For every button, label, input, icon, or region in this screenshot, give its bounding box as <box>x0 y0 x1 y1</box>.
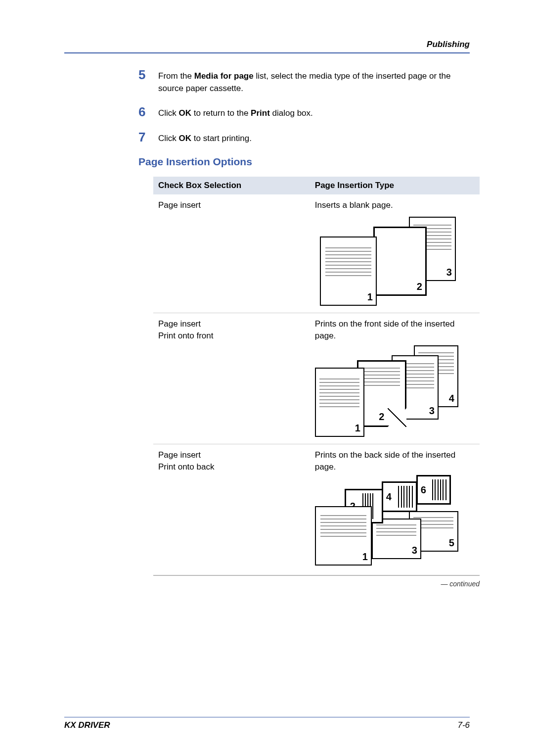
selection-line: Print onto front <box>158 330 305 342</box>
step-number: 5 <box>138 68 153 81</box>
table-row: Page insert Print onto front Prints on t… <box>153 313 480 444</box>
footer-left: KX DRIVER <box>64 720 110 730</box>
page-label-4: 4 <box>386 490 392 504</box>
checkbox-selection-cell: Page insert <box>153 194 310 313</box>
page-label-4: 4 <box>449 391 454 405</box>
page-label-1: 1 <box>367 290 373 304</box>
insertion-type-cell: Inserts a blank page. 3 2 1 <box>310 194 480 313</box>
table-row: Page insert Inserts a blank page. 3 2 1 <box>153 194 480 313</box>
selection-line: Page insert <box>158 449 305 461</box>
selection-line: Page insert <box>158 318 305 330</box>
diagram-blank-insert: 3 2 1 <box>315 217 475 306</box>
step-text: Click OK to return to the Print dialog b… <box>158 105 313 120</box>
page-label-3: 3 <box>429 404 435 418</box>
page-label-6: 6 <box>421 483 426 497</box>
page-label-5: 5 <box>449 536 454 550</box>
insertion-type-cell: Prints on the back side of the inserted … <box>310 444 480 575</box>
page-label-3: 3 <box>412 543 417 557</box>
step-number: 7 <box>138 131 153 143</box>
diagram-back-insert: 6 5 4 3 2 <box>315 479 475 568</box>
header-rule <box>64 52 470 53</box>
diagram-front-insert: 4 3 2 1 <box>315 348 475 437</box>
checkbox-selection-cell: Page insert Print onto back <box>153 444 310 575</box>
options-table: Check Box Selection Page Insertion Type … <box>153 177 480 576</box>
step-list: 5 From the Media for page list, select t… <box>138 68 470 145</box>
step-7: 7 Click OK to start printing. <box>138 131 470 145</box>
checkbox-selection-cell: Page insert Print onto front <box>153 313 310 444</box>
step-number: 6 <box>138 105 153 118</box>
step-5: 5 From the Media for page list, select t… <box>138 68 470 94</box>
continued-note: — continued <box>153 580 480 588</box>
table-header: Page Insertion Type <box>310 177 480 194</box>
page-label-2: 2 <box>417 280 422 293</box>
section-heading: Page Insertion Options <box>138 156 470 168</box>
header-section-title: Publishing <box>64 40 470 52</box>
step-text: Click OK to start printing. <box>158 131 252 145</box>
page-label-1: 1 <box>362 550 368 564</box>
step-6: 6 Click OK to return to the Print dialog… <box>138 105 470 120</box>
insertion-description: Prints on the front side of the inserted… <box>315 318 475 342</box>
selection-line: Page insert <box>158 199 305 211</box>
insertion-description: Inserts a blank page. <box>315 199 475 211</box>
footer-right: 7-6 <box>457 720 470 730</box>
page-label-3: 3 <box>446 265 452 279</box>
page-label-1: 1 <box>355 421 360 435</box>
selection-line: Print onto back <box>158 461 305 473</box>
insertion-type-cell: Prints on the front side of the inserted… <box>310 313 480 444</box>
insertion-description: Prints on the back side of the inserted … <box>315 449 475 473</box>
page-footer: KX DRIVER 7-6 <box>64 717 470 730</box>
table-row: Page insert Print onto back Prints on th… <box>153 444 480 575</box>
step-text: From the Media for page list, select the… <box>158 68 470 94</box>
table-header: Check Box Selection <box>153 177 310 194</box>
table-header-row: Check Box Selection Page Insertion Type <box>153 177 480 194</box>
page-label-2: 2 <box>379 410 384 424</box>
